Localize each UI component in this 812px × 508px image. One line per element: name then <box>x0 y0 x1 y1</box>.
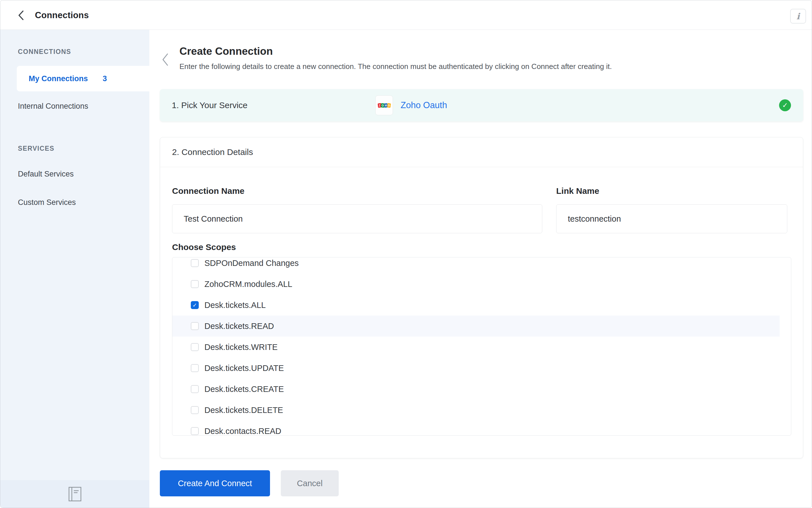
zoho-logo-letter: O <box>387 103 391 108</box>
choose-scopes-label: Choose Scopes <box>172 242 236 252</box>
cancel-button[interactable]: Cancel <box>281 470 339 496</box>
pick-service-step-label: 1. Pick Your Service <box>172 89 248 122</box>
sidebar: CONNECTIONS My Connections 3 Internal Co… <box>0 30 149 508</box>
scope-label: Desk.tickets.READ <box>204 315 274 337</box>
pick-service-card: 1. Pick Your Service Z O H O Zoho Oauth <box>160 89 803 122</box>
zoho-logo: Z O H O <box>375 95 393 115</box>
connections-count-badge: 3 <box>103 74 107 83</box>
selected-service-link[interactable]: Zoho Oauth <box>401 89 447 122</box>
scope-label: Desk.tickets.WRITE <box>204 337 278 357</box>
info-button[interactable]: i <box>790 9 806 24</box>
link-name-input[interactable] <box>556 204 787 233</box>
scope-label: SDPOnDemand Changes <box>204 257 299 273</box>
window-title: Connections <box>35 10 89 20</box>
sidebar-item-internal-connections[interactable]: Internal Connections <box>0 97 149 115</box>
scope-row[interactable]: Desk.tickets.UPDATE <box>172 357 791 379</box>
app-window: Connections i CONNECTIONS My Connections… <box>0 0 812 508</box>
topbar: Connections i <box>0 0 812 30</box>
sidebar-item-label: My Connections <box>29 74 88 83</box>
scope-label: Desk.tickets.DELETE <box>204 399 283 421</box>
back-chevron-icon[interactable] <box>17 9 25 21</box>
card-header-divider <box>160 167 803 167</box>
checkbox-unchecked-icon[interactable] <box>191 406 199 414</box>
scope-row[interactable]: ZohoCRM.modules.ALL <box>172 273 791 295</box>
scope-label: ZohoCRM.modules.ALL <box>204 273 292 295</box>
page-title: Create Connection <box>179 45 273 57</box>
sidebar-item-custom-services[interactable]: Custom Services <box>0 193 149 211</box>
sidebar-section-connections: CONNECTIONS <box>18 48 71 56</box>
service-selected-check-icon <box>779 99 791 111</box>
scopes-scroll-area: SDPOnDemand Changes ZohoCRM.modules.ALL … <box>172 257 791 436</box>
documentation-book-icon[interactable] <box>69 487 81 502</box>
scope-row[interactable]: Desk.tickets.WRITE <box>172 337 791 357</box>
sidebar-section-services: SERVICES <box>18 145 54 153</box>
scope-row[interactable]: SDPOnDemand Changes <box>172 257 791 273</box>
connection-name-label: Connection Name <box>172 186 244 196</box>
scope-row[interactable]: Desk.tickets.ALL <box>172 295 791 315</box>
checkbox-unchecked-icon[interactable] <box>191 364 199 372</box>
sidebar-footer <box>0 480 149 508</box>
scope-label: Desk.tickets.CREATE <box>204 379 284 399</box>
sidebar-item-label: Custom Services <box>18 198 76 207</box>
checkbox-unchecked-icon[interactable] <box>191 385 199 393</box>
checkbox-unchecked-icon[interactable] <box>191 322 199 330</box>
checkbox-unchecked-icon[interactable] <box>191 343 199 351</box>
sidebar-item-label: Internal Connections <box>18 102 88 111</box>
scopes-list[interactable]: SDPOnDemand Changes ZohoCRM.modules.ALL … <box>172 257 791 436</box>
scope-row[interactable]: Desk.tickets.READ <box>172 315 791 337</box>
checkbox-unchecked-icon[interactable] <box>191 259 199 267</box>
scope-row[interactable]: Desk.tickets.DELETE <box>172 399 791 421</box>
connection-details-card: 2. Connection Details Connection Name Li… <box>160 137 803 458</box>
scope-label: Desk.contacts.READ <box>204 421 281 436</box>
sidebar-item-default-services[interactable]: Default Services <box>0 165 149 183</box>
scope-row[interactable]: Desk.contacts.READ <box>172 421 791 436</box>
scope-row[interactable]: Desk.tickets.CREATE <box>172 379 791 399</box>
connection-details-step-label: 2. Connection Details <box>172 137 253 167</box>
link-name-label: Link Name <box>556 186 599 196</box>
scope-label: Desk.tickets.ALL <box>204 295 266 315</box>
sidebar-item-label: Default Services <box>18 170 74 178</box>
create-and-connect-button[interactable]: Create And Connect <box>160 470 270 496</box>
page-subtitle: Enter the following details to create a … <box>179 62 612 71</box>
sidebar-item-my-connections[interactable]: My Connections 3 <box>17 66 149 91</box>
checkbox-checked-icon[interactable] <box>191 301 199 309</box>
info-icon: i <box>797 11 800 21</box>
connection-name-input[interactable] <box>172 204 542 233</box>
form-actions: Create And Connect Cancel <box>160 470 339 496</box>
main-content: Create Connection Enter the following de… <box>149 30 812 508</box>
checkbox-unchecked-icon[interactable] <box>191 427 199 435</box>
checkbox-unchecked-icon[interactable] <box>191 280 199 288</box>
zoho-logo-tiles: Z O H O <box>378 103 391 108</box>
page-back-chevron-icon[interactable] <box>160 52 170 67</box>
scope-label: Desk.tickets.UPDATE <box>204 357 284 379</box>
